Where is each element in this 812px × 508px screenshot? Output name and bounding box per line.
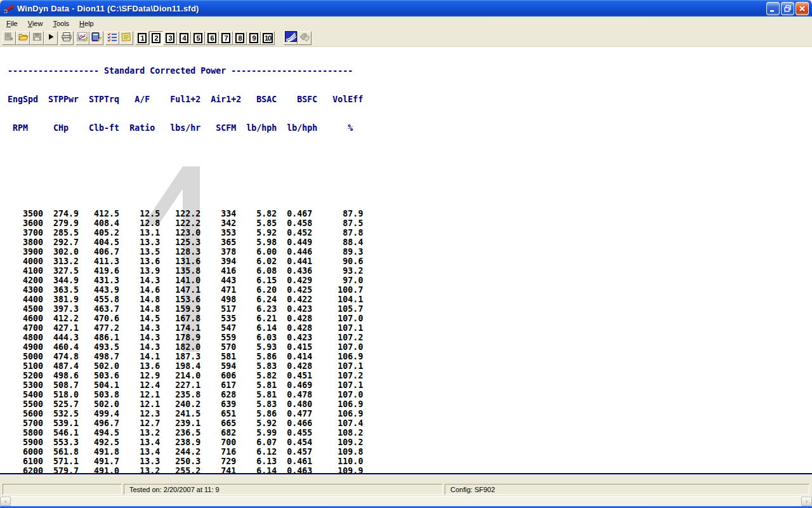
save-file-button[interactable] [30,31,44,45]
save-file-icon [32,32,43,44]
superflow-waves-icon [285,31,297,44]
report-row: 3600 279.9 408.4 12.8 122.2 342 5.85 0.4… [3,218,363,228]
page-9-button[interactable]: 9 [247,31,261,45]
status-bar: Tested on: 2/20/2007 at 11: 9 Config: SF… [0,473,812,496]
page-5-button[interactable]: 5 [191,31,205,45]
report-area: ------------------ Standard Corrected Po… [0,47,812,473]
report-row: 4100 327.5 419.6 13.9 135.8 416 6.08 0.4… [3,266,363,276]
test-list-button[interactable] [105,31,119,45]
report-row: 3500 274.9 412.5 12.5 122.2 334 5.82 0.4… [3,209,363,218]
close-button[interactable] [796,2,809,15]
report-row: 4000 313.2 411.3 13.6 131.6 394 6.02 0.4… [3,257,363,266]
page-10-label: 10 [263,33,273,43]
graph-icon [77,32,88,44]
report-row: 5300 508.7 504.1 12.4 227.1 617 5.81 0.4… [3,380,363,390]
report-row: 3900 302.0 406.7 13.5 128.3 378 6.00 0.4… [3,247,363,257]
page-8-button[interactable]: 8 [233,31,247,45]
page-7-button[interactable]: 7 [219,31,233,45]
scroll-left-button[interactable]: ‹ [0,497,11,506]
report-row: 5700 539.1 496.7 12.7 239.1 665 5.92 0.4… [3,418,363,428]
notes-icon [121,32,132,44]
play-icon [46,32,56,44]
page-3-button[interactable]: 3 [163,31,177,45]
report-row: 4600 412.2 470.6 14.5 167.8 535 6.21 0.4… [3,314,363,323]
page-6-button[interactable]: 6 [205,31,219,45]
report-column-headers: EngSpd STPPwr STPTrq A/F Ful1+2 Air1+2 B… [3,95,363,104]
send-file-button[interactable] [2,31,16,45]
open-folder-icon [18,32,29,44]
report-spacer [3,180,363,190]
report-row: 6000 561.8 491.8 13.4 244.2 716 6.12 0.4… [3,447,363,457]
toolbar: 12345678910 [0,29,812,47]
page-1-button[interactable]: 1 [135,31,149,45]
report-row: 5600 532.5 499.4 12.3 241.5 651 5.86 0.4… [3,409,363,418]
page-4-label: 4 [180,33,188,43]
report-row: 5900 553.3 492.5 13.4 238.9 700 6.07 0.4… [3,438,363,447]
page-2-label: 2 [152,33,160,43]
report-row: 5500 525.7 502.0 12.1 240.2 639 5.83 0.4… [3,399,363,409]
page-3-label: 3 [166,33,174,43]
send-file-icon [4,32,15,44]
calculator-button[interactable] [89,31,103,45]
page-7-label: 7 [221,33,230,43]
dyno-report: ------------------ Standard Corrected Po… [3,47,363,473]
minimize-button[interactable] [766,2,780,15]
report-body: 3500 274.9 412.5 12.5 122.2 334 5.82 0.4… [3,209,363,473]
status-panel-empty [3,484,122,495]
tags-button[interactable] [298,31,311,45]
page-8-label: 8 [235,33,244,43]
superflow-button[interactable] [284,31,298,45]
report-row: 4200 344.9 431.3 14.3 141.0 443 6.15 0.4… [3,276,363,285]
printer-icon [61,32,72,44]
notes-button[interactable] [119,31,133,45]
scroll-right-button[interactable]: › [801,497,812,506]
app-window: WinDyn Data - Dion11 (C:\SFData\Dion11.s… [0,0,812,508]
report-row: 4900 460.4 493.5 14.3 182.0 570 5.93 0.4… [3,342,363,352]
page-9-label: 9 [249,33,258,43]
report-row: 3700 285.5 405.2 13.1 123.0 353 5.92 0.4… [3,228,363,237]
report-title: ------------------ Standard Corrected Po… [3,66,363,76]
report-row: 3800 292.7 404.5 13.3 125.3 365 5.98 0.4… [3,237,363,247]
checklist-icon [107,32,118,44]
report-row: 4300 363.5 443.9 14.6 147.1 471 6.20 0.4… [3,285,363,295]
report-row: 4400 381.9 455.8 14.8 153.6 498 6.24 0.4… [3,295,363,304]
menu-file[interactable]: File [1,18,23,29]
report-row: 4500 397.3 463.7 14.8 159.9 517 6.23 0.4… [3,304,363,314]
report-row: 4700 427.1 477.2 14.3 174.1 547 6.14 0.4… [3,323,363,333]
app-icon [3,3,15,13]
report-column-units: RPM CHp Clb-ft Ratio lbs/hr SCFM lb/hph … [3,123,363,133]
graph-button[interactable] [75,31,89,45]
report-row: 6100 571.1 491.7 13.3 250.3 729 6.13 0.4… [3,457,363,466]
report-row: 5000 474.8 498.7 14.1 187.3 581 5.86 0.4… [3,352,363,361]
calculator-icon [91,32,102,44]
report-row: 5400 518.0 503.8 12.1 235.8 628 5.81 0.4… [3,390,363,399]
menu-tools[interactable]: Tools [48,18,74,29]
report-row: 6200 579.7 491.0 13.2 255.2 741 6.14 0.4… [3,466,363,473]
tags-icon [299,32,310,44]
menu-bar: FileViewToolsHelp [0,17,812,29]
restore-button[interactable] [781,2,794,15]
page-10-button[interactable]: 10 [261,31,275,45]
window-title: WinDyn Data - Dion11 (C:\SFData\Dion11.s… [17,4,766,13]
page-6-label: 6 [207,33,216,43]
print-button[interactable] [60,31,74,45]
window-controls [766,2,809,15]
open-file-button[interactable] [16,31,30,45]
menu-help[interactable]: Help [74,18,99,29]
page-4-button[interactable]: 4 [177,31,191,45]
page-2-button[interactable]: 2 [149,31,163,45]
menu-view[interactable]: View [23,18,48,29]
report-spacer [3,152,363,161]
report-row: 4800 444.3 486.1 14.3 178.9 559 6.03 0.4… [3,333,363,342]
page-5-label: 5 [193,33,202,43]
report-row: 5200 498.6 503.6 12.9 214.0 606 5.82 0.4… [3,371,363,380]
play-button[interactable] [44,31,58,45]
report-row: 5100 487.4 502.0 13.6 198.4 594 5.83 0.4… [3,361,363,371]
title-bar: WinDyn Data - Dion11 (C:\SFData\Dion11.s… [0,0,812,17]
status-config: Config: SF902 [445,484,809,495]
horizontal-scrollbar[interactable]: ‹ › [0,496,812,506]
status-tested-on: Tested on: 2/20/2007 at 11: 9 [124,484,443,495]
page-1-label: 1 [138,33,147,43]
report-row: 5800 546.1 494.5 13.2 236.5 682 5.99 0.4… [3,428,363,438]
